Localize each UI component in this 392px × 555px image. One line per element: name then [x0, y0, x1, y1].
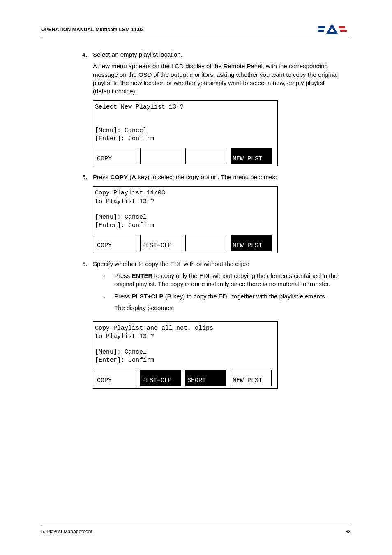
- lcd-line: Copy Playlist 11/03: [95, 189, 276, 197]
- lcd-line: [Enter]: Confirm: [95, 356, 276, 365]
- svg-rect-0: [318, 26, 325, 28]
- lcd-line: to Playlist 13 ?: [95, 333, 276, 341]
- step-6: 6. Specify whether to copy the EDL with …: [82, 260, 343, 316]
- lcd-line: Copy Playlist and all net. clips: [95, 324, 276, 333]
- softkey-c: SHORT: [185, 370, 226, 386]
- softkey-a: COPY: [95, 370, 136, 386]
- page-footer: 5. Playlist Management 83: [41, 526, 351, 534]
- header-title: OPERATION MANUAL Multicam LSM 11.02: [41, 27, 144, 32]
- step-body: A new menu appears on the LCD display of…: [93, 62, 343, 95]
- text: key) to select the copy option. The menu…: [136, 173, 277, 180]
- lcd-line: to Playlist 13 ?: [95, 198, 276, 206]
- lcd-line: [Enter]: Confirm: [95, 222, 276, 230]
- text: Press: [114, 293, 132, 300]
- step-title: Select an empty playlist location.: [93, 51, 343, 59]
- lcd-display-3: Copy Playlist and all net. clips to Play…: [93, 321, 278, 388]
- softkey-d: NEW PLST: [231, 370, 272, 386]
- svg-rect-4: [340, 30, 347, 32]
- key-label: A: [131, 173, 136, 180]
- text: Press: [93, 173, 111, 180]
- softkey-b: PLST+CLP: [140, 235, 181, 251]
- bullet-icon: ◦: [104, 292, 114, 312]
- lcd-line: [95, 112, 276, 119]
- lcd-display-2: Copy Playlist 11/03 to Playlist 13 ? [Me…: [93, 186, 278, 253]
- key-label: PLST+CLP: [132, 293, 164, 300]
- softkey-c: [185, 148, 226, 164]
- sub-item: ◦ Press ENTER to copy only the EDL witho…: [104, 272, 343, 289]
- softkey-d: NEW PLST: [231, 148, 272, 164]
- sub-item: ◦ Press PLST+CLP (B key) to copy the EDL…: [104, 292, 343, 312]
- key-label: COPY: [111, 173, 128, 180]
- softkey-d: NEW PLST: [231, 235, 272, 251]
- softkey-a: COPY: [95, 235, 136, 251]
- softkey-c: [185, 235, 226, 251]
- text: The display becomes:: [114, 304, 343, 312]
- step-number: 4.: [82, 51, 93, 95]
- lcd-line: [Menu]: Cancel: [95, 348, 276, 356]
- step-title: Specify whether to copy the EDL with or …: [93, 260, 343, 268]
- softkey-b: [140, 148, 181, 164]
- footer-pagenum: 83: [346, 529, 351, 534]
- text: (: [128, 173, 131, 180]
- step-number: 5.: [82, 173, 93, 181]
- lcd-line: [Menu]: Cancel: [95, 213, 276, 222]
- svg-marker-2: [328, 25, 336, 33]
- lcd-line: [Enter]: Confirm: [95, 135, 276, 143]
- step-4: 4. Select an empty playlist location. A …: [82, 51, 343, 95]
- lcd-line: [95, 206, 276, 213]
- text: key) to copy the EDL together with the p…: [172, 293, 327, 300]
- softkey-b: PLST+CLP: [140, 370, 181, 386]
- key-label: ENTER: [132, 272, 153, 279]
- step-number: 6.: [82, 260, 93, 316]
- step-5: 5. Press COPY (A key) to select the copy…: [82, 173, 343, 181]
- lcd-line: [Menu]: Cancel: [95, 127, 276, 135]
- lcd-line: [95, 341, 276, 348]
- svg-rect-1: [318, 30, 324, 32]
- lcd-line: [95, 119, 276, 127]
- bullet-icon: ◦: [104, 272, 114, 289]
- text: Press: [114, 272, 132, 279]
- lcd-line: Select New Playlist 13 ?: [95, 103, 276, 111]
- lcd-display-1: Select New Playlist 13 ? [Menu]: Cancel …: [93, 100, 278, 166]
- svg-rect-3: [339, 26, 345, 28]
- page-header: OPERATION MANUAL Multicam LSM 11.02: [41, 25, 351, 38]
- text: (: [164, 293, 167, 300]
- key-label: B: [167, 293, 172, 300]
- softkey-a: COPY: [95, 148, 136, 164]
- footer-section: 5. Playlist Management: [41, 529, 92, 534]
- evs-logo: [318, 25, 351, 35]
